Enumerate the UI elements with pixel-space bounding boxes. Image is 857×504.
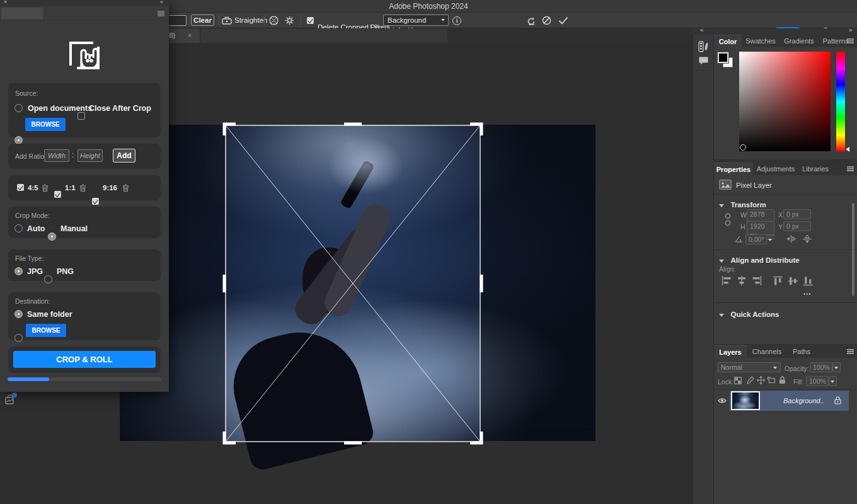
tab-libraries[interactable]: Libraries <box>798 163 832 175</box>
close-after-crop-checkbox[interactable] <box>78 112 85 120</box>
opacity-dropdown[interactable] <box>832 362 841 372</box>
blend-mode-dropdown[interactable]: Normal <box>718 362 781 372</box>
delete-ratio-icon[interactable] <box>122 183 130 192</box>
delete-ratio-icon[interactable] <box>79 183 87 192</box>
destination-browse-button[interactable]: BROWSE <box>26 324 66 337</box>
divider <box>714 302 857 303</box>
crop-and-roll-button[interactable]: CROP & ROLL <box>13 351 156 368</box>
align-center-horizontal-icon[interactable] <box>737 276 747 285</box>
tab-paths[interactable]: Paths <box>787 345 816 358</box>
crop-overlay-options-icon[interactable] <box>269 16 279 25</box>
ratio-4-5-checkbox[interactable] <box>17 184 24 191</box>
color-panel-group: Color Swatches Gradients Patterns <box>714 35 857 159</box>
panel-menu-icon[interactable] <box>847 38 854 43</box>
tab-adjustments[interactable]: Adjustments <box>753 163 798 175</box>
file-type-png-label[interactable]: PNG <box>57 267 74 276</box>
more-align-options-button[interactable]: ••• <box>803 291 811 297</box>
lock-artboard-icon[interactable] <box>768 377 776 384</box>
layer-name[interactable]: Background.. <box>783 397 824 404</box>
crop-mode-auto-radio[interactable] <box>14 224 23 232</box>
lock-all-icon[interactable] <box>779 376 786 384</box>
fill-dropdown[interactable]: Background (default) <box>383 14 449 26</box>
x-field[interactable]: 0 px <box>783 209 811 219</box>
panel-menu-icon[interactable] <box>158 11 164 16</box>
commit-crop-icon[interactable] <box>558 16 568 25</box>
opacity-field[interactable]: 100% <box>810 362 832 372</box>
panel-menu-icon[interactable] <box>847 166 854 171</box>
lock-transparent-pixels-icon[interactable] <box>734 377 742 384</box>
lock-image-pixels-icon[interactable] <box>747 376 754 384</box>
link-dimensions-icon[interactable] <box>725 213 731 227</box>
lock-position-icon[interactable] <box>757 376 765 384</box>
align-right-icon[interactable] <box>752 276 762 285</box>
ratio-9-16-label: 9:16 <box>103 184 117 192</box>
panel-menu-icon[interactable] <box>847 349 854 354</box>
crop-settings-gear-icon[interactable] <box>285 16 294 25</box>
expand-icon-strip-icon[interactable]: « <box>700 26 704 33</box>
reset-crop-icon[interactable] <box>527 16 536 25</box>
crop-box[interactable] <box>226 125 480 442</box>
color-field-cursor[interactable] <box>740 144 746 151</box>
fill-dropdown[interactable] <box>829 376 837 386</box>
plugin-tab[interactable] <box>1 8 43 20</box>
collapse-panel-icon[interactable]: « <box>160 0 163 5</box>
source-browse-button[interactable]: BROWSE <box>25 118 66 131</box>
crop-mode-auto-label[interactable]: Auto <box>27 224 45 233</box>
tab-swatches[interactable]: Swatches <box>742 35 779 47</box>
y-field[interactable]: 0 px <box>783 221 811 231</box>
align-bottom-icon[interactable] <box>803 276 813 286</box>
ratio-9-16-checkbox[interactable] <box>92 198 99 205</box>
align-top-icon[interactable] <box>773 276 783 286</box>
straighten-label[interactable]: Straighten <box>234 13 267 28</box>
align-section-header[interactable]: Align and Distribute <box>719 254 800 265</box>
same-folder-radio[interactable] <box>14 310 23 318</box>
ratio-width-input[interactable] <box>44 149 69 162</box>
add-ratio-button[interactable]: Add <box>113 149 135 163</box>
tab-color[interactable]: Color <box>714 35 742 47</box>
file-type-png-radio[interactable] <box>44 275 52 284</box>
quick-actions-section-header[interactable]: Quick Actions <box>719 308 779 319</box>
open-documents-label[interactable]: Open documents <box>28 104 92 113</box>
layer-visibility-eye-icon[interactable] <box>718 398 727 404</box>
browse-destination-radio[interactable] <box>14 334 23 342</box>
close-panel-icon[interactable]: × <box>4 0 7 5</box>
properties-scrollbar[interactable] <box>852 203 854 296</box>
close-tab-icon[interactable]: × <box>188 28 192 43</box>
layer-thumbnail[interactable] <box>731 391 760 410</box>
hue-slider[interactable] <box>836 52 845 151</box>
panel-icon-strip <box>693 35 714 504</box>
version-history-icon[interactable] <box>698 41 709 52</box>
ratio-height-input[interactable] <box>78 149 103 162</box>
comments-icon[interactable] <box>698 56 709 66</box>
tab-layers[interactable]: Layers <box>714 345 747 358</box>
flip-horizontal-icon[interactable] <box>786 235 796 243</box>
flip-vertical-icon[interactable] <box>803 235 812 243</box>
delete-ratio-icon[interactable] <box>41 183 49 192</box>
fill-field[interactable]: 100% <box>806 376 829 386</box>
collapse-dock-icon[interactable]: » <box>849 26 853 33</box>
same-folder-label[interactable]: Same folder <box>27 310 72 319</box>
crop-mode-manual-label[interactable]: Manual <box>60 224 88 233</box>
color-field[interactable] <box>739 52 831 151</box>
tab-properties[interactable]: Properties <box>714 163 753 175</box>
delete-cropped-pixels-checkbox[interactable] <box>307 17 314 24</box>
align-center-vertical-icon[interactable] <box>788 276 798 286</box>
cancel-crop-icon[interactable] <box>542 16 551 25</box>
transform-section-header[interactable]: Transform <box>719 198 766 210</box>
tab-channels[interactable]: Channels <box>747 345 787 358</box>
file-type-jpg-label[interactable]: JPG <box>27 267 43 276</box>
close-after-crop-label[interactable]: Close After Crop <box>89 104 151 113</box>
tab-gradients[interactable]: Gradients <box>779 35 819 47</box>
layer-lock-icon[interactable] <box>834 396 841 404</box>
file-type-jpg-radio[interactable] <box>14 267 23 275</box>
open-documents-radio[interactable] <box>14 104 23 112</box>
hue-slider-handle[interactable] <box>846 147 849 152</box>
align-left-icon[interactable] <box>722 276 732 285</box>
angle-dropdown[interactable] <box>767 234 774 236</box>
clear-button[interactable]: Clear <box>191 14 214 26</box>
tool-icon-with-badge[interactable] <box>4 394 18 408</box>
crop-mode-manual-radio[interactable] <box>48 232 56 241</box>
ratio-1-1-checkbox[interactable] <box>54 191 61 198</box>
angle-field[interactable]: 0,00° <box>745 234 767 244</box>
foreground-color-swatch[interactable] <box>718 52 728 63</box>
